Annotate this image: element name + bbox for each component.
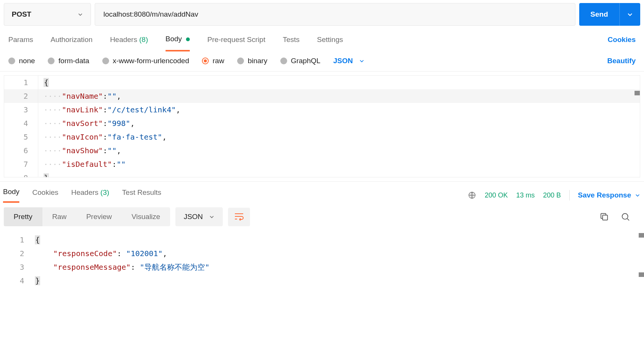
tab-tests[interactable]: Tests [283,36,299,51]
content-type-label: JSON [333,57,353,65]
code-content: "responseMessage": "导航名称不能为空" [35,260,209,274]
code-line[interactable]: 6····"navShow":"", [4,144,640,157]
send-button[interactable]: Send [579,3,640,26]
globe-icon[interactable] [468,191,476,199]
request-body-editor[interactable]: 1{2····"navName":"",3····"navLink":"/c/t… [4,75,640,177]
response-tab-test-results[interactable]: Test Results [122,188,161,202]
line-number: 2 [4,89,38,103]
code-content: ····"navLink":"/c/test/link4", [38,103,180,117]
response-tab-cookies[interactable]: Cookies [32,188,58,202]
tab-settings[interactable]: Settings [317,36,343,51]
scroll-marker [639,272,644,277]
method-select[interactable]: POST [4,3,91,26]
code-line[interactable]: 3 "responseMessage": "导航名称不能为空" [0,260,644,274]
line-number: 3 [4,103,38,117]
response-tab-body[interactable]: Body [3,188,19,203]
response-format-label: JSON [184,213,203,221]
code-line[interactable]: 2 "responseCode": "102001", [0,247,644,260]
code-line[interactable]: 3····"navLink":"/c/test/link4", [4,103,640,117]
headers-count: (8) [139,36,148,44]
url-input[interactable] [95,3,575,26]
chevron-down-icon [627,11,633,17]
request-bar: POST Send [0,0,644,28]
code-line[interactable]: 1{ [0,233,644,247]
beautify-button[interactable]: Beautify [607,57,636,65]
response-toolbar-right [599,212,640,222]
send-dropdown[interactable] [620,3,640,26]
radio-urlencoded[interactable]: x-www-form-urlencoded [102,57,189,65]
response-format-select[interactable]: JSON [175,207,223,226]
copy-icon[interactable] [599,212,609,222]
response-view-segment: Pretty Raw Preview Visualize [4,207,170,226]
code-line[interactable]: 8} [4,171,640,177]
view-preview[interactable]: Preview [77,207,122,226]
radio-binary[interactable]: binary [237,57,267,65]
tab-body[interactable]: Body [166,35,190,51]
response-size: 200 B [543,191,561,199]
radio-raw[interactable]: raw [202,57,224,65]
radio-form-data[interactable]: form-data [48,57,89,65]
save-response-button[interactable]: Save Response [578,191,640,199]
body-type-row: none form-data x-www-form-urlencoded raw… [0,51,644,72]
tab-prerequest[interactable]: Pre-request Script [207,36,265,51]
method-value: POST [12,10,31,19]
response-header: Body Cookies Headers (3) Test Results 20… [0,181,644,203]
code-content: ····"navSort":"998", [38,117,135,130]
svg-rect-1 [603,215,608,220]
code-line[interactable]: 2····"navName":"", [4,89,640,103]
code-line[interactable]: 1{ [4,76,640,89]
code-line[interactable]: 7····"isDefault":"" [4,157,640,171]
code-content: } [35,274,40,288]
response-toolbar: Pretty Raw Preview Visualize JSON [0,203,644,231]
content-type-select[interactable]: JSON [333,57,364,65]
code-content: "responseCode": "102001", [35,247,167,260]
line-number: 8 [4,171,38,177]
chevron-down-icon [635,193,640,198]
tab-body-label: Body [166,35,182,43]
code-content: ····"navName":"", [38,89,121,103]
request-tabs: Params Authorization Headers (8) Body Pr… [0,28,644,51]
tab-headers-label: Headers [110,36,137,44]
tab-params[interactable]: Params [8,36,33,51]
radio-icon [202,58,209,64]
view-raw[interactable]: Raw [42,207,77,226]
code-line[interactable]: 5····"navIcon":"fa·fa-test", [4,130,640,144]
tab-headers[interactable]: Headers (8) [110,36,148,51]
line-number: 3 [0,260,35,274]
code-line[interactable]: 4} [0,274,644,288]
response-meta: 200 OK 13 ms 200 B Save Response [468,190,640,201]
search-icon[interactable] [621,212,630,222]
tab-authorization[interactable]: Authorization [50,36,92,51]
radio-icon [280,58,287,64]
line-number: 2 [0,247,35,260]
radio-graphql[interactable]: GraphQL [280,57,320,65]
save-response-label: Save Response [578,191,631,199]
code-content: ····"isDefault":"" [38,157,126,171]
code-content: } [38,171,49,177]
response-tab-headers[interactable]: Headers (3) [71,188,109,202]
wrap-lines-button[interactable] [228,208,250,226]
scroll-marker [639,233,644,238]
cookies-link[interactable]: Cookies [608,36,636,51]
radio-icon [237,58,244,64]
radio-icon [8,58,15,64]
divider [569,190,570,201]
radio-icon [48,58,55,64]
chevron-down-icon [78,12,83,17]
code-line[interactable]: 4····"navSort":"998", [4,117,640,130]
scroll-marker [635,91,640,95]
line-number: 4 [4,117,38,130]
line-number: 4 [0,274,35,288]
body-modified-indicator [186,37,190,41]
radio-none[interactable]: none [8,57,35,65]
line-number: 7 [4,157,38,171]
view-pretty[interactable]: Pretty [4,207,42,226]
line-number: 1 [0,233,35,247]
response-body-editor[interactable]: 1{2 "responseCode": "102001",3 "response… [0,231,644,290]
svg-point-2 [622,213,628,219]
response-headers-count: (3) [100,188,109,196]
code-content: ····"navIcon":"fa·fa-test", [38,130,167,144]
code-content: ····"navShow":"", [38,144,121,157]
send-label: Send [579,3,620,26]
view-visualize[interactable]: Visualize [122,207,170,226]
